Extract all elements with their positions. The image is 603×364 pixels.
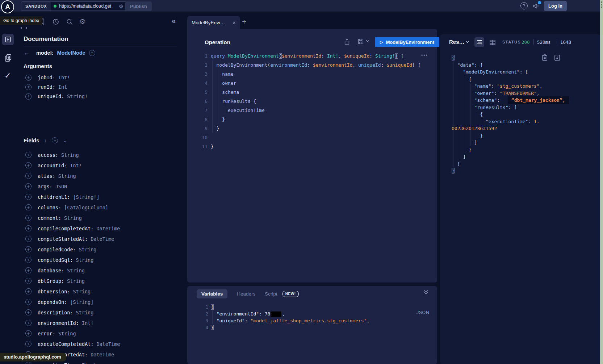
code-line: name — [211, 70, 420, 79]
add-field-icon[interactable]: + — [25, 225, 32, 231]
add-field-icon[interactable]: + — [25, 341, 32, 347]
doc-field-row[interactable]: + columns [CatalogColumn] — [25, 202, 185, 213]
doc-field-row[interactable]: + runId Int — [25, 82, 185, 92]
field-type: JSON — [55, 184, 67, 189]
collapse-panel-icon[interactable]: « — [172, 17, 176, 25]
connection-settings-gear-icon[interactable]: ⚙ — [119, 4, 123, 9]
field-type: Int! — [58, 75, 70, 80]
sidebar-item-checks[interactable]: ✓ — [4, 71, 11, 80]
doc-field-row[interactable]: + environmentId Int! — [25, 318, 185, 328]
variables-editor[interactable]: { "environmentId": 78, "uniqueId": "mode… — [211, 304, 369, 331]
code-line: "runResults": [ — [452, 104, 569, 111]
add-field-icon[interactable]: + — [25, 246, 32, 252]
add-field-icon[interactable]: + — [25, 236, 32, 242]
add-field-icon[interactable]: + — [25, 330, 32, 336]
chevron-down-icon[interactable]: ⌄ — [63, 138, 67, 143]
back-arrow-icon[interactable]: ← — [24, 49, 30, 57]
doc-field-row[interactable]: + dependsOn [String] — [25, 297, 185, 307]
tab-modelbyenvironment[interactable]: ModelByEnvi… × — [187, 16, 240, 29]
operation-editor[interactable]: query ModelByEnvironment($environmentId:… — [211, 51, 420, 151]
announcements-megaphone-icon[interactable] — [532, 2, 540, 10]
doc-field-row[interactable]: + alias String — [25, 171, 185, 181]
response-view-json-icon[interactable] — [474, 37, 484, 47]
field-name: dependsOn — [38, 299, 67, 305]
response-json-viewer[interactable]: { "data": { "modelByEnvironment": [ { "n… — [452, 54, 569, 175]
notification-dot — [538, 1, 541, 4]
tab-variables[interactable]: Variables — [197, 289, 227, 298]
field-type: String — [67, 278, 85, 284]
add-field-icon[interactable]: + — [25, 215, 32, 221]
search-icon[interactable] — [66, 18, 73, 25]
doc-field-row[interactable]: + compileCompletedAt DateTime — [25, 223, 185, 234]
add-field-icon[interactable]: + — [25, 320, 32, 326]
doc-field-row[interactable]: + comment String — [25, 213, 185, 223]
doc-field-row[interactable]: + description String — [25, 307, 185, 318]
doc-field-row[interactable]: + accountId Int! — [25, 160, 185, 171]
history-clock-icon[interactable] — [52, 18, 59, 25]
doc-field-row[interactable]: + compiledCode String — [25, 244, 185, 255]
code-line: query ModelByEnvironment($environmentId:… — [211, 51, 420, 60]
doc-field-row[interactable]: + database String — [25, 265, 185, 276]
add-field-icon[interactable]: + — [25, 194, 32, 200]
doc-field-row[interactable]: + dbtVersion String — [25, 286, 185, 297]
login-button[interactable]: Log in — [544, 1, 567, 11]
add-field-icon[interactable]: + — [25, 204, 32, 210]
add-field-icon[interactable]: + — [25, 93, 32, 100]
doc-field-row[interactable]: + compileStartedAt DateTime — [25, 234, 185, 244]
sidebar-item-explorer[interactable] — [2, 34, 14, 45]
doc-field-row[interactable]: + compiledSql String — [25, 255, 185, 265]
breadcrumb-type-link[interactable]: ModelNode — [57, 50, 85, 56]
save-icon[interactable] — [357, 38, 364, 45]
doc-field-row[interactable]: + uniqueId String! — [25, 92, 185, 101]
operation-panel: Operation ▷ ModelByEnvironment ••• 1 2 3… — [187, 29, 437, 283]
add-field-icon[interactable]: + — [25, 152, 32, 158]
add-field-icon[interactable]: + — [25, 162, 32, 168]
operation-menu-icon[interactable]: ••• — [421, 53, 428, 58]
doc-field-row[interactable]: + error String — [25, 328, 185, 339]
new-tab-icon[interactable]: + — [242, 17, 246, 26]
status-label: STATUS — [502, 40, 521, 44]
add-fields-icon[interactable]: + — [52, 137, 58, 143]
doc-field-row[interactable]: + executeCompletedAt DateTime — [25, 339, 185, 349]
sort-fields-icon[interactable]: ↓ — [44, 138, 47, 143]
doc-field-row[interactable]: + access String — [25, 150, 185, 160]
add-field-icon[interactable]: + — [25, 278, 32, 284]
tab-script[interactable]: Script — [265, 291, 277, 297]
add-field-icon[interactable]: + — [25, 183, 32, 189]
browser-status-url: studio.apollographql.com — [0, 353, 66, 361]
save-chevron-icon[interactable] — [366, 40, 369, 42]
share-icon[interactable] — [344, 38, 350, 45]
page-scrollbar[interactable] — [600, 0, 603, 364]
field-name: compileStartedAt — [38, 236, 88, 242]
tab-headers[interactable]: Headers — [237, 291, 255, 297]
doc-field-row[interactable]: + dbtGroup String — [25, 276, 185, 286]
collapse-variables-icon[interactable] — [423, 290, 428, 294]
apollo-logo[interactable]: A — [1, 0, 14, 13]
add-field-icon[interactable]: + — [25, 309, 32, 315]
doc-field-row[interactable]: + jobId Int! — [25, 73, 185, 82]
field-type: String — [61, 152, 79, 158]
doc-field-row[interactable]: + args JSON — [25, 181, 185, 192]
add-all-fields-icon[interactable]: + — [89, 50, 95, 56]
field-name: database — [38, 268, 64, 273]
help-icon[interactable]: ? — [520, 2, 528, 9]
field-type: DateTime — [96, 341, 120, 347]
endpoint-url-input[interactable]: https://metadata.cloud.get ⚙ — [51, 1, 126, 11]
sidebar-item-schema-diff[interactable] — [4, 54, 12, 62]
add-field-icon[interactable]: + — [25, 362, 32, 364]
add-field-icon[interactable]: + — [25, 84, 32, 90]
add-field-icon[interactable]: + — [25, 288, 32, 294]
add-field-icon[interactable]: + — [25, 257, 32, 263]
explorer-settings-gear-icon[interactable]: ⚙ — [79, 17, 85, 26]
run-operation-button[interactable]: ▷ ModelByEnvironment — [375, 37, 439, 47]
add-field-icon[interactable]: + — [25, 75, 32, 81]
add-field-icon[interactable]: + — [25, 173, 32, 179]
response-chevron-icon[interactable] — [465, 41, 469, 43]
tab-close-icon[interactable]: × — [233, 20, 236, 26]
add-field-icon[interactable]: + — [25, 267, 32, 273]
publish-button[interactable]: Publish — [125, 1, 152, 11]
add-field-icon[interactable]: + — [25, 299, 32, 305]
doc-field-row[interactable]: + childrenL1 [String!] — [25, 192, 185, 202]
line-number: 3 — [196, 70, 208, 79]
response-view-table-icon[interactable] — [487, 37, 497, 47]
